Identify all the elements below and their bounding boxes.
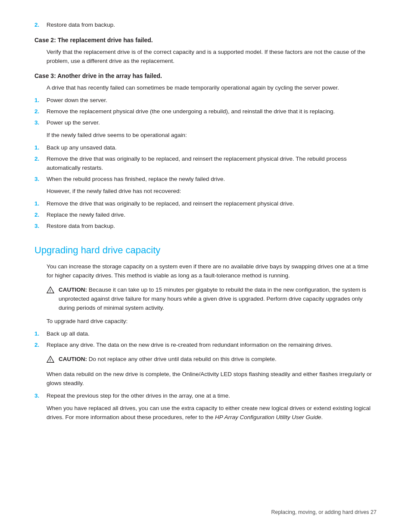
case3-if-not-recovered: However, if the newly failed drive has n… [47, 187, 377, 196]
closing-italic: HP Array Configuration Utility User Guid… [215, 414, 321, 420]
caution2-icon: ! [47, 355, 56, 366]
page-footer: Replacing, moving, or adding hard drives… [271, 508, 377, 516]
upgrade-step-3: 3. Repeat the previous step for the othe… [34, 392, 377, 401]
caution2-block: ! CAUTION: Do not replace any other driv… [47, 355, 377, 366]
case3-step2-3-text: When the rebuild process has finished, r… [47, 175, 377, 184]
intro-step-2: Restore data from backup. 2. Restore dat… [34, 21, 377, 30]
case3-step3-2: 2. Replace the newly failed drive. [34, 211, 377, 220]
case3-step3-1: 1. Remove the drive that was originally … [34, 199, 377, 208]
closing-paragraph: When you have replaced all drives, you c… [47, 404, 377, 422]
case3-step-1-text: Power down the server. [47, 96, 377, 105]
case3-step2-1: 1. Back up any unsaved data. [34, 143, 377, 152]
intro-step-2-text: Restore data from backup. [47, 21, 377, 30]
upgrade-heading: Upgrading hard drive capacity [34, 243, 377, 257]
upgrade-step-3-text: Repeat the previous step for the other d… [47, 392, 377, 401]
case2-section: Case 2: The replacement drive has failed… [34, 36, 377, 66]
led-note: When data rebuild on the new drive is co… [47, 370, 377, 388]
case3-heading: Case 3: Another drive in the array has f… [34, 72, 377, 81]
to-upgrade-label: To upgrade hard drive capacity: [47, 317, 377, 326]
caution1-body: Because it can take up to 15 minutes per… [59, 286, 366, 311]
upgrade-step-2-text: Replace any drive. The data on the new d… [47, 341, 377, 350]
caution1-text: CAUTION: Because it can take up to 15 mi… [59, 286, 377, 313]
case3-step-2: 2. Remove the replacement physical drive… [34, 107, 377, 116]
case3-step-1: 1. Power down the server. [34, 96, 377, 105]
caution2-label: CAUTION: [59, 356, 87, 362]
case3-step-3-text: Power up the server. [47, 118, 377, 128]
case3-steps1: 1. Power down the server. 2. Remove the … [34, 96, 377, 128]
upgrade-intro: You can increase the storage capacity on… [47, 262, 377, 280]
closing-end: . [321, 414, 323, 420]
case3-step3-1-text: Remove the drive that was originally to … [47, 199, 377, 208]
case3-step2-3: 3. When the rebuild process has finished… [34, 175, 377, 184]
case3-steps2: 1. Back up any unsaved data. 2. Remove t… [34, 143, 377, 184]
case3-step2-2: 2. Remove the drive that was originally … [34, 155, 377, 173]
caution1-label: CAUTION: [59, 286, 87, 293]
case3-step3-3: 3. Restore data from backup. [34, 222, 377, 231]
case3-step-3: 3. Power up the server. [34, 118, 377, 128]
case2-body: Verify that the replacement drive is of … [47, 48, 377, 66]
case3-steps3: 1. Remove the drive that was originally … [34, 199, 377, 231]
svg-text:!: ! [50, 358, 51, 362]
upgrade-step3-list: 3. Repeat the previous step for the othe… [34, 392, 377, 401]
case3-step-2-text: Remove the replacement physical drive (t… [47, 107, 377, 116]
upgrade-step-1: 1. Back up all data. [34, 330, 377, 339]
case3-body: A drive that has recently failed can som… [47, 84, 377, 93]
upgrade-section: Upgrading hard drive capacity You can in… [34, 243, 377, 422]
case3-section: Case 3: Another drive in the array has f… [34, 72, 377, 231]
caution2-body: Do not replace any other drive until dat… [89, 356, 277, 362]
case3-step2-1-text: Back up any unsaved data. [47, 143, 377, 152]
case3-step3-2-text: Replace the newly failed drive. [47, 211, 377, 220]
upgrade-steps: 1. Back up all data. 2. Replace any driv… [34, 330, 377, 350]
case3-step2-2-text: Remove the drive that was originally to … [47, 155, 377, 173]
svg-text:!: ! [50, 289, 51, 293]
upgrade-step-2: 2. Replace any drive. The data on the ne… [34, 341, 377, 350]
caution1-block: ! CAUTION: Because it can take up to 15 … [47, 286, 377, 313]
upgrade-step-1-text: Back up all data. [47, 330, 377, 339]
case3-if-operational: If the newly failed drive seems to be op… [47, 131, 377, 140]
case2-heading: Case 2: The replacement drive has failed… [34, 36, 377, 45]
caution1-icon: ! [47, 286, 56, 297]
case3-step3-3-text: Restore data from backup. [47, 222, 377, 231]
caution2-text: CAUTION: Do not replace any other drive … [59, 355, 277, 364]
